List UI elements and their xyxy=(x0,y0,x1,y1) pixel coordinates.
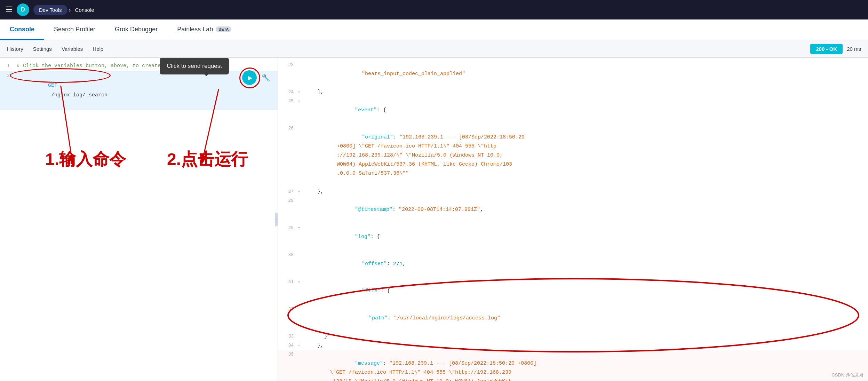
output-panel-wrapper: 23 "beats_input_codec_plain_applied" 24 … xyxy=(278,58,868,381)
hamburger-icon[interactable]: ☰ xyxy=(6,5,13,14)
line-number-2: 2 xyxy=(0,71,14,81)
time-badge: 20 ms xyxy=(847,46,861,52)
editor-line-1: 1 # Click the Variables button, above, t… xyxy=(0,61,278,71)
json-line-25: 25 ▾ "event": { xyxy=(278,97,868,124)
line-content-2: GET /nginx_log/_search xyxy=(14,71,278,110)
json-line-23: 23 "beats_input_codec_plain_applied" xyxy=(278,61,868,88)
tooltip: Click to send request xyxy=(160,58,229,74)
breadcrumb: Dev Tools › Console xyxy=(33,5,97,15)
json-line-33: 33 } xyxy=(278,332,868,341)
toolbar-variables[interactable]: Variables xyxy=(62,46,83,52)
editor-toolbar: 🔧 xyxy=(242,70,272,85)
json-line-28: 28 "@timestamp": "2022-09-08T14:14:07.99… xyxy=(278,196,868,223)
toolbar-help[interactable]: Help xyxy=(93,46,103,52)
json-line-26: 26 "original": "192.168.239.1 - - [08/Se… xyxy=(278,124,868,187)
toolbar-settings[interactable]: Settings xyxy=(33,46,52,52)
main-content: Click to send request 1 # Click the Vari… xyxy=(0,58,868,381)
run-button[interactable] xyxy=(242,70,257,85)
json-line-35: 35 "message": "192.168.239.1 - - [08/Sep… xyxy=(278,350,868,381)
tab-console[interactable]: Console xyxy=(0,19,44,40)
annotation-text-1: 1.输入命令 xyxy=(45,148,126,170)
json-line-31: 31 ▾ "file": { xyxy=(278,278,868,305)
json-line-27: 27 ▾ }, xyxy=(278,187,868,196)
url-text: /nginx_log/_search xyxy=(48,92,107,98)
get-method: GET xyxy=(48,82,57,88)
json-line-30: 30 "offset": 271, xyxy=(278,251,868,278)
output-panel[interactable]: 23 "beats_input_codec_plain_applied" 24 … xyxy=(278,58,868,381)
tab-search-profiler[interactable]: Search Profiler xyxy=(44,19,105,40)
beta-badge: BETA xyxy=(216,26,231,32)
json-viewer: 23 "beats_input_codec_plain_applied" 24 … xyxy=(278,58,868,381)
editor-line-2[interactable]: 2 GET /nginx_log/_search xyxy=(0,71,278,110)
breadcrumb-console: Console xyxy=(72,5,97,15)
annotation-text-2: 2.点击运行 xyxy=(167,148,248,170)
json-line-24: 24 ▾ ], xyxy=(278,88,868,97)
avatar: D xyxy=(17,3,29,16)
breadcrumb-arrow: › xyxy=(69,6,71,14)
json-line-32: 32 "path": "/usr/local/nginx/logs/access… xyxy=(278,305,868,332)
status-badge: 200 - OK xyxy=(810,44,843,54)
breadcrumb-dev-tools[interactable]: Dev Tools xyxy=(33,5,67,15)
tab-painless-lab[interactable]: Painless Lab BETA xyxy=(167,19,241,40)
line-number-1: 1 xyxy=(0,61,14,71)
top-bar: ☰ D Dev Tools › Console xyxy=(0,0,868,19)
resize-handle[interactable]: ⋮ xyxy=(275,213,278,227)
status-area: 200 - OK 20 ms xyxy=(810,44,861,54)
toolbar: History Settings Variables Help 200 - OK… xyxy=(0,40,868,58)
editor-lines: 1 # Click the Variables button, above, t… xyxy=(0,58,278,113)
nav-tabs: Console Search Profiler Grok Debugger Pa… xyxy=(0,19,868,40)
json-line-29: 29 ▾ "log": { xyxy=(278,223,868,251)
tab-grok-debugger[interactable]: Grok Debugger xyxy=(105,19,167,40)
toolbar-history[interactable]: History xyxy=(7,46,23,52)
line-content-1: # Click the Variables button, above, to … xyxy=(14,61,278,71)
wrench-button[interactable]: 🔧 xyxy=(260,71,272,84)
watermark: CSDN @佐亮君 xyxy=(831,372,864,378)
editor-panel: Click to send request 1 # Click the Vari… xyxy=(0,58,278,381)
json-line-34: 34 ▾ }, xyxy=(278,341,868,350)
